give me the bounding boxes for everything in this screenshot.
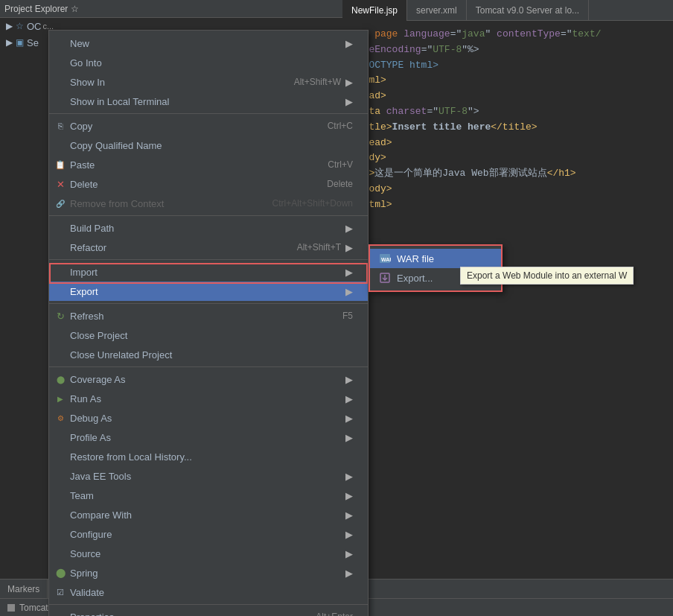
code-line-3: <!DOCTYPE html>: [351, 58, 664, 74]
menu-item-copy-qualified[interactable]: Copy Qualified Name: [49, 136, 368, 155]
code-line-7: <title>Insert title here</title>: [351, 120, 664, 136]
menu-item-restore-history[interactable]: Restore from Local History...: [49, 447, 368, 466]
menu-item-gointo[interactable]: Go Into: [49, 53, 368, 72]
menu-item-runas[interactable]: ▶ Run As ▶: [49, 389, 368, 408]
menu-item-close-unrelated-label: Close Unrelated Project: [70, 349, 172, 361]
menu-item-gointo-label: Go Into: [70, 57, 102, 69]
menu-item-new[interactable]: New ▶: [49, 34, 368, 53]
profileas-arrow-icon: ▶: [345, 432, 353, 443]
spring-arrow-icon: ▶: [345, 568, 353, 579]
menu-item-javaeetools-label: Java EE Tools: [70, 471, 131, 482]
code-line-10: <h1>这是一个简单的Java Web部署测试站点</h1>: [351, 166, 664, 182]
code-line-2: pageEncoding="UTF-8"%>: [351, 42, 664, 58]
menu-item-properties-label: Properties: [70, 612, 114, 617]
submenu-item-warfile[interactable]: WAR WAR file: [370, 249, 501, 268]
paste-icon: 📋: [54, 160, 67, 170]
editor-tab-serverxml-label: server.xml: [416, 5, 457, 16]
menu-item-showin[interactable]: Show In Alt+Shift+W ▶: [49, 72, 368, 92]
menu-item-spring[interactable]: ⬤ Spring ▶: [49, 563, 368, 582]
submenu-warfile-label: WAR file: [397, 253, 434, 264]
menu-item-refactor[interactable]: Refactor Alt+Shift+T ▶: [49, 238, 368, 257]
warfile-icon: WAR: [377, 253, 392, 264]
menu-item-source[interactable]: Source ▶: [49, 544, 368, 563]
editor-tab-newfile-label: NewFile.jsp: [351, 5, 398, 16]
separator-5: [49, 366, 368, 367]
menu-item-import[interactable]: Import ▶: [49, 262, 368, 282]
separator-1: [49, 113, 368, 114]
menu-item-export[interactable]: Export ▶: [49, 282, 368, 301]
import-arrow-icon: ▶: [345, 267, 353, 278]
menu-item-comparewith-label: Compare With: [70, 509, 132, 521]
menu-item-showin-label: Show In: [70, 77, 105, 88]
menu-item-team[interactable]: Team ▶: [49, 486, 368, 505]
menu-item-refresh[interactable]: ↻ Refresh F5: [49, 306, 368, 326]
menu-item-close-project[interactable]: Close Project: [49, 326, 368, 345]
configure-arrow-icon: ▶: [345, 529, 353, 540]
menu-item-debugas[interactable]: ⚙ Debug As ▶: [49, 408, 368, 428]
code-line-12: </html>: [351, 197, 664, 213]
menu-item-profileas[interactable]: Profile As ▶: [49, 428, 368, 447]
export-arrow-icon: ▶: [345, 286, 353, 297]
menu-item-close-unrelated[interactable]: Close Unrelated Project: [49, 345, 368, 364]
menu-item-show-local-terminal[interactable]: Show in Local Terminal ▶: [49, 92, 368, 111]
menu-item-javaeetools[interactable]: Java EE Tools ▶: [49, 466, 368, 486]
menu-item-copy[interactable]: ⎘ Copy Ctrl+C: [49, 116, 368, 136]
menu-item-properties[interactable]: Properties Alt+Enter: [49, 607, 368, 616]
menu-item-delete[interactable]: ✕ Delete Delete: [49, 174, 368, 194]
menu-item-comparewith[interactable]: Compare With ▶: [49, 505, 368, 524]
code-line-8: </head>: [351, 136, 664, 151]
menu-item-new-label: New: [70, 38, 89, 49]
menu-item-remove-context-label: Remove from Context: [70, 198, 164, 209]
menu-item-runas-label: Run As: [70, 393, 101, 404]
menu-item-refactor-label: Refactor: [70, 242, 106, 253]
menu-item-coverage-label: Coverage As: [70, 374, 125, 385]
editor-tab-newfile[interactable]: NewFile.jsp: [342, 0, 407, 21]
runas-arrow-icon: ▶: [345, 393, 353, 404]
show-local-terminal-arrow-icon: ▶: [345, 96, 353, 107]
copy-shortcut: Ctrl+C: [328, 121, 353, 131]
menu-item-coverage[interactable]: ⬤ Coverage As ▶: [49, 369, 368, 389]
javaeetools-arrow-icon: ▶: [345, 471, 353, 482]
menu-item-remove-context[interactable]: 🔗 Remove from Context Ctrl+Alt+Shift+Dow…: [49, 194, 368, 213]
context-menu: New ▶ Go Into Show In Alt+Shift+W ▶ Show…: [48, 30, 369, 616]
submenu-export-label: Export...: [397, 273, 433, 284]
menu-item-import-label: Import: [70, 267, 98, 278]
menu-item-buildpath-label: Build Path: [70, 223, 114, 234]
menu-item-copy-label: Copy: [70, 121, 92, 132]
tree-expand-icon-oc: ▶: [6, 21, 13, 31]
tree-label-se: Se: [27, 37, 39, 48]
menu-item-copy-qualified-label: Copy Qualified Name: [70, 140, 162, 151]
menu-item-paste[interactable]: 📋 Paste Ctrl+V: [49, 155, 368, 174]
editor-tab-serverxml[interactable]: server.xml: [407, 0, 467, 21]
menu-item-restore-history-label: Restore from Local History...: [70, 451, 192, 463]
refresh-icon: ↻: [54, 311, 67, 322]
menu-item-buildpath[interactable]: Build Path ▶: [49, 218, 368, 238]
code-line-4: <html>: [351, 73, 664, 89]
tree-label-oc: OC: [27, 21, 42, 32]
refresh-shortcut: F5: [342, 311, 353, 321]
svg-text:WAR: WAR: [381, 257, 391, 262]
separator-3: [49, 259, 368, 260]
refactor-shortcut: Alt+Shift+T: [297, 242, 341, 253]
bottom-tab-markers[interactable]: Markers: [0, 580, 48, 599]
menu-item-configure[interactable]: Configure ▶: [49, 524, 368, 544]
tooltip-text: Export a Web Module into an external W: [467, 270, 627, 281]
tree-icon-se: ▣: [16, 37, 24, 48]
comparewith-arrow-icon: ▶: [345, 509, 353, 521]
editor-tab-tomcat[interactable]: Tomcat v9.0 Server at lo...: [467, 0, 589, 21]
code-line-11: </body>: [351, 182, 664, 197]
editor-tab-bar: NewFile.jsp server.xml Tomcat v9.0 Serve…: [342, 0, 673, 21]
menu-item-validate[interactable]: ☑ Validate: [49, 582, 368, 602]
new-arrow-icon: ▶: [345, 38, 353, 49]
menu-item-configure-label: Configure: [70, 529, 112, 540]
team-arrow-icon: ▶: [345, 490, 353, 501]
code-line-9: <body>: [351, 150, 664, 166]
remove-context-icon: 🔗: [54, 200, 67, 208]
menu-item-validate-label: Validate: [70, 587, 104, 598]
menu-item-export-label: Export: [70, 286, 98, 297]
menu-item-paste-label: Paste: [70, 159, 95, 171]
copy-icon: ⎘: [54, 121, 67, 130]
server-status-icon: [7, 604, 15, 612]
bottom-tab-markers-label: Markers: [7, 584, 39, 594]
paste-shortcut: Ctrl+V: [328, 159, 353, 170]
